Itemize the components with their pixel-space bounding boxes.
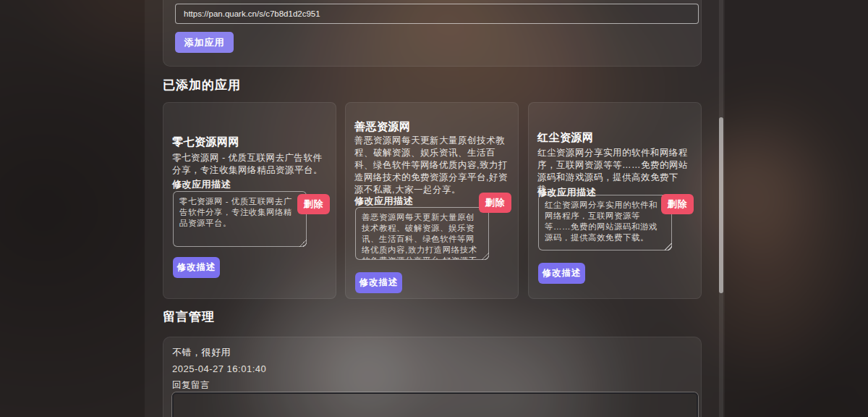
app-card-description: 零七资源网 - 优质互联网去广告软件分享，专注收集网络精品资源平台。: [172, 152, 328, 177]
message-content: 不错，很好用: [172, 346, 231, 359]
edit-description-label: 修改应用描述: [354, 195, 413, 208]
app-card-title: 零七资源网网: [172, 135, 239, 149]
app-card-title: 善恶资源网: [354, 120, 411, 134]
scrollbar-track[interactable]: [719, 0, 723, 417]
save-description-button[interactable]: 修改描述: [173, 257, 220, 278]
app-description-textarea[interactable]: 红尘资源网分享实用的软件和网络程序，互联网资源等等……免费的网站源码和游戏源码，…: [538, 195, 672, 250]
scrollbar-thumb[interactable]: [719, 117, 723, 293]
delete-app-button[interactable]: 删除: [297, 194, 330, 214]
added-apps-heading: 已添加的应用: [163, 77, 241, 93]
save-description-button[interactable]: 修改描述: [355, 272, 402, 293]
textarea-resize-handle[interactable]: [665, 243, 672, 250]
app-card: 善恶资源网 善恶资源网每天更新大量原创技术教程、破解资源、娱乐资讯、生活百科、绿…: [345, 102, 519, 299]
app-description-textarea[interactable]: 善恶资源网每天更新大量原创技术教程、破解资源、娱乐资讯、生活百科、绿色软件等网络…: [355, 207, 489, 260]
textarea-resize-handle[interactable]: [299, 240, 307, 247]
app-card: 零七资源网网 零七资源网 - 优质互联网去广告软件分享，专注收集网络精品资源平台…: [163, 102, 336, 299]
app-card-title: 红尘资源网: [537, 131, 594, 145]
app-description-textarea[interactable]: 零七资源网 - 优质互联网去广告软件分享，专注收集网络精品资源平台。: [173, 191, 307, 247]
app-url-input[interactable]: [175, 4, 699, 24]
textarea-resize-handle[interactable]: [482, 253, 489, 260]
message-timestamp: 2025-04-27 16:01:40: [172, 363, 266, 374]
app-card: 红尘资源网 红尘资源网分享实用的软件和网络程序，互联网资源等等……免费的网站源码…: [528, 102, 702, 299]
app-card-list: 零七资源网网 零七资源网 - 优质互联网去广告软件分享，专注收集网络精品资源平台…: [163, 102, 702, 299]
reply-label: 回复留言: [172, 379, 210, 392]
add-app-button[interactable]: 添加应用: [175, 32, 234, 53]
app-card-description: 善恶资源网每天更新大量原创技术教程、破解资源、娱乐资讯、生活百科、绿色软件等网络…: [354, 135, 511, 196]
main-content: 添加应用 已添加的应用 零七资源网网 零七资源网 - 优质互联网去广告软件分享，…: [145, 0, 725, 417]
delete-app-button[interactable]: 删除: [661, 194, 694, 214]
delete-app-button[interactable]: 删除: [479, 193, 511, 213]
reply-textarea[interactable]: [172, 392, 698, 417]
messages-heading: 留言管理: [163, 308, 215, 325]
message-panel: 不错，很好用 2025-04-27 16:01:40 回复留言: [163, 337, 702, 417]
save-description-button[interactable]: 修改描述: [538, 263, 585, 284]
add-app-panel: 添加应用: [163, 0, 702, 67]
edit-description-label: 修改应用描述: [172, 178, 231, 191]
